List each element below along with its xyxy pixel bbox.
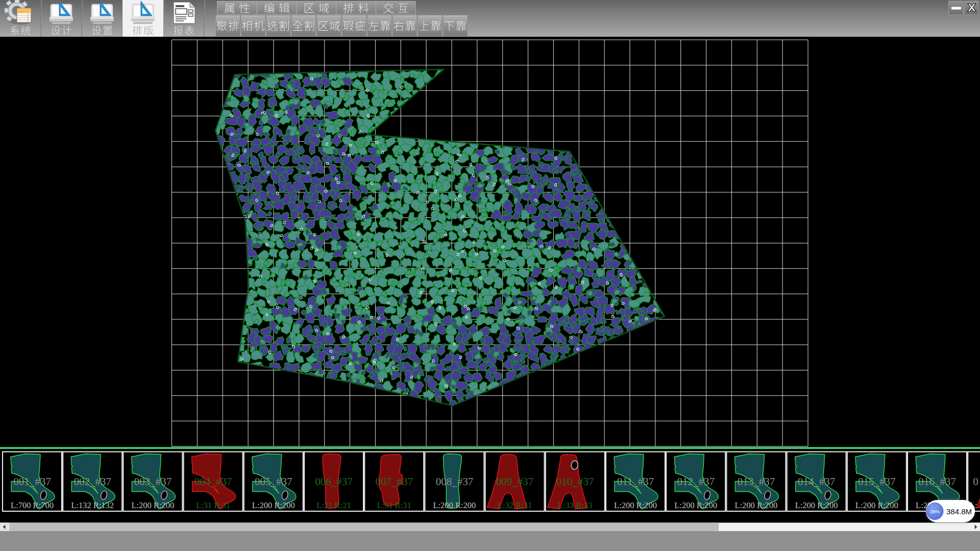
svg-text:L:31 R:31: L:31 R:31 <box>196 500 230 510</box>
svg-text:L:700 R:700: L:700 R:700 <box>11 500 54 510</box>
svg-text:L:200 R:200: L:200 R:200 <box>734 500 777 510</box>
svg-text:L:32 R:31: L:32 R:31 <box>498 500 532 510</box>
svg-text:0: 0 <box>973 475 978 488</box>
svg-text:L:200 R:200: L:200 R:200 <box>252 500 295 510</box>
svg-text:012_#37: 012_#37 <box>677 475 715 488</box>
svg-text:009_#37: 009_#37 <box>496 475 534 488</box>
svg-text:L:200 R:200: L:200 R:200 <box>433 500 476 510</box>
svg-text:L:21 R:21: L:21 R:21 <box>316 500 351 510</box>
svg-text:L:132 R:132: L:132 R:132 <box>71 500 114 510</box>
svg-text:L:31 R:31: L:31 R:31 <box>377 500 411 510</box>
svg-text:L:200 R:200: L:200 R:200 <box>855 500 898 510</box>
svg-text:015_#37: 015_#37 <box>858 475 896 488</box>
svg-text:005_#37: 005_#37 <box>255 475 292 488</box>
svg-text:014_#37: 014_#37 <box>798 475 836 488</box>
svg-text:010_#37: 010_#37 <box>556 475 594 488</box>
svg-text:L:200 R:200: L:200 R:200 <box>795 500 838 510</box>
svg-text:008_#37: 008_#37 <box>436 475 474 488</box>
svg-text:013_#37: 013_#37 <box>738 475 775 488</box>
svg-text:004_#37: 004_#37 <box>194 475 232 488</box>
svg-text:006_#37: 006_#37 <box>315 475 353 488</box>
svg-text:007_#37: 007_#37 <box>375 475 413 488</box>
svg-text:384.8M: 384.8M <box>946 507 972 516</box>
svg-text:011_#37: 011_#37 <box>617 475 654 488</box>
svg-text:L:200 R:200: L:200 R:200 <box>614 500 657 510</box>
svg-text:38%: 38% <box>930 509 940 514</box>
svg-text:016_#37: 016_#37 <box>918 475 956 488</box>
svg-text:001_#37: 001_#37 <box>13 475 51 488</box>
svg-text:003_#37: 003_#37 <box>134 475 172 488</box>
svg-text:002_#37: 002_#37 <box>74 475 111 488</box>
svg-text:L:33 R:33: L:33 R:33 <box>558 500 592 510</box>
svg-text:L:200 R:200: L:200 R:200 <box>674 500 717 510</box>
svg-text:L:200 R:200: L:200 R:200 <box>131 500 174 510</box>
